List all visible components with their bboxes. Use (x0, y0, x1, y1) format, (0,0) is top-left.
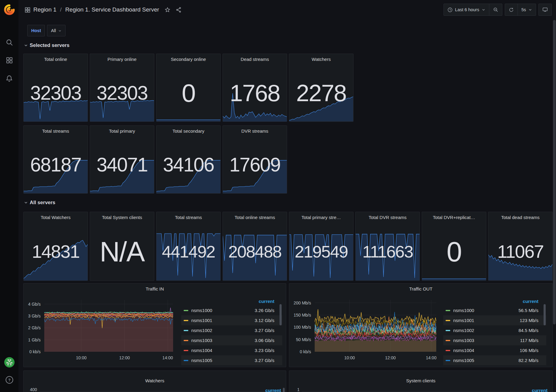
legend-scrollbar[interactable] (283, 388, 285, 392)
stat-panel-total-online: Total online 32303 (23, 54, 88, 122)
star-icon[interactable] (165, 7, 170, 13)
legend-current-header[interactable]: current (265, 388, 281, 392)
legend-swatch (184, 310, 188, 311)
legend-series-name[interactable]: nsms1004 (453, 348, 520, 353)
legend-current-header[interactable]: current (532, 388, 548, 392)
stat-row-1: Total online 32303 Primary online 32303 … (23, 54, 553, 122)
main-area: Region 1 / Region 1. Service Dashboard S… (18, 0, 556, 392)
panel-title[interactable]: Total Watchers (24, 215, 88, 220)
panel-title[interactable]: Traffic OUT (289, 286, 552, 291)
panel-title[interactable]: Total primary (90, 128, 154, 134)
legend-swatch (446, 360, 450, 361)
sparkline (422, 276, 486, 281)
panel-system-clients-graph: System clients 1 current (289, 370, 553, 392)
variable-label-host[interactable]: Host (27, 25, 45, 36)
zoom-out-button[interactable] (489, 4, 502, 15)
axis-tick: 14:00 (426, 355, 437, 360)
time-range-picker[interactable]: Last 6 hours (444, 4, 489, 15)
stat-value: 2278 (289, 81, 353, 105)
legend-series-name[interactable]: nsms1005 (453, 358, 518, 363)
legend-row: nsms10043.23 Gb/s (181, 345, 282, 355)
panel-title[interactable]: Secondary online (156, 57, 220, 62)
refresh-interval-picker[interactable]: 5s (517, 4, 536, 15)
stat-panel-total-primary-streams: Total primary stre… 219549 (289, 212, 353, 281)
legend-row: nsms10023.27 Gb/s (181, 325, 282, 335)
panel-title[interactable]: Traffic IN (24, 286, 286, 291)
panel-title[interactable]: Total streams (24, 128, 88, 134)
legend-swatch (184, 350, 188, 351)
panel-title[interactable]: System clients (289, 378, 552, 383)
stat-panel-total-primary: Total primary 34071 (90, 125, 154, 194)
legend-series-name[interactable]: nsms1000 (191, 308, 255, 313)
panel-title[interactable]: Watchers (289, 57, 353, 62)
tv-mode-button[interactable] (539, 4, 551, 15)
traffic-in-chart: 4 Gb/s3 Gb/s2 Gb/s1 Gb/s0 kb/s10:0012:00… (44, 300, 173, 352)
axis-tick: 2 Gb/s (28, 325, 41, 330)
panel-title[interactable]: Total streams (156, 215, 220, 220)
panel-title[interactable]: Total online (24, 57, 88, 62)
stat-panel-primary-online: Primary online 32303 (90, 54, 154, 122)
axis-tick: 12:00 (119, 355, 130, 360)
panel-title[interactable]: Total dead streams (488, 215, 552, 220)
variable-selected-value: All (51, 28, 56, 33)
variable-value-dropdown[interactable]: All (47, 25, 65, 36)
legend-series-name[interactable]: nsms1005 (191, 358, 255, 363)
legend-current-header[interactable]: current (181, 299, 282, 305)
panel-title[interactable]: Total DVR streams (356, 215, 420, 220)
panel-title[interactable]: Total online streams (223, 215, 287, 220)
panel-title[interactable]: Total DVR+replicat… (422, 215, 486, 220)
legend-current-value: 3.27 Gb/s (255, 328, 274, 333)
alerting-bell-icon[interactable] (0, 75, 18, 82)
legend-row: nsms10003.26 Gb/s (181, 305, 282, 315)
panel-title[interactable]: Dead streams (223, 57, 287, 62)
axis-tick: 10:00 (344, 355, 355, 360)
legend-series-name[interactable]: nsms1002 (191, 328, 255, 333)
chart-canvas (44, 300, 173, 352)
panel-title[interactable]: Total secondary (156, 128, 220, 134)
breadcrumb-dashboard-title[interactable]: Region 1. Service Dashboard Server (65, 6, 159, 13)
chart-canvas (315, 300, 436, 352)
refresh-button[interactable] (505, 4, 517, 15)
panel-title[interactable]: Primary online (90, 57, 154, 62)
axis-tick: 400 (24, 387, 37, 392)
legend-current-value: 3.26 Gb/s (255, 308, 274, 313)
axis-tick: 150 Mb/s (293, 313, 311, 317)
row-header-selected-servers[interactable]: Selected servers (24, 41, 553, 49)
panel-title[interactable]: DVR streams (223, 128, 287, 134)
legend-row: nsms1003117 Mb/s (443, 335, 546, 345)
legend-current-header[interactable]: current (443, 299, 546, 305)
clock-icon (447, 7, 453, 12)
legend-series-name[interactable]: nsms1002 (453, 328, 518, 333)
dashboards-grid-icon[interactable] (0, 57, 18, 64)
legend-series-name[interactable]: nsms1001 (453, 318, 520, 323)
refresh-icon (509, 7, 514, 12)
share-icon[interactable] (176, 7, 182, 13)
axis-tick: 12:00 (385, 355, 396, 360)
traffic-out-chart: 200 Mb/s150 Mb/s100 Mb/s50 Mb/s0 kb/s10:… (315, 300, 436, 352)
panel-title[interactable]: Total primary stre… (289, 215, 353, 220)
legend-series-name[interactable]: nsms1003 (453, 338, 520, 343)
legend-series-name[interactable]: nsms1004 (191, 348, 255, 353)
user-avatar[interactable] (0, 357, 18, 368)
search-icon[interactable] (0, 38, 18, 46)
help-icon[interactable]: ? (0, 376, 18, 384)
legend-scrollbar[interactable] (544, 304, 546, 325)
legend-current-value: 3.27 Gb/s (255, 358, 274, 363)
row-header-all-servers[interactable]: All servers (24, 198, 553, 206)
panel-title[interactable]: Total System clients (90, 215, 154, 220)
legend-series-name[interactable]: nsms1003 (191, 338, 255, 343)
legend-scrollbar[interactable] (280, 304, 282, 325)
breadcrumb-folder[interactable]: Region 1 (33, 6, 56, 13)
svg-text:?: ? (8, 378, 11, 382)
page-scrollbar-thumb[interactable] (553, 20, 556, 324)
stat-panel-watchers: Watchers 2278 (289, 54, 353, 122)
stat-panel-dvr-streams: DVR streams 17609 (223, 125, 287, 194)
grafana-logo[interactable] (0, 4, 18, 16)
panel-title[interactable]: Watchers (24, 378, 286, 383)
dashboard-variables: Host All (27, 25, 65, 36)
legend-row: nsms10053.27 Gb/s (181, 355, 282, 365)
legend-series-name[interactable]: nsms1000 (453, 308, 518, 313)
legend-current-value: 106 Mb/s (520, 348, 538, 353)
legend-series-name[interactable]: nsms1001 (191, 318, 255, 323)
apps-icon (25, 7, 30, 13)
